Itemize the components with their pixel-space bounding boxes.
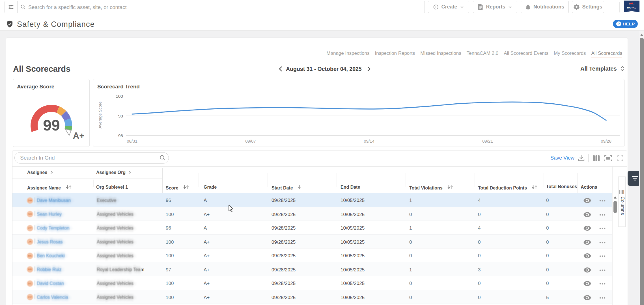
svg-text:09/07: 09/07 (245, 139, 256, 143)
svg-text:08/31: 08/31 (127, 139, 137, 143)
svg-text:09/21: 09/21 (482, 139, 493, 143)
svg-text:98: 98 (118, 114, 123, 118)
svg-text:E L E C T R I C: E L E C T R I C (628, 10, 635, 11)
svg-text:?: ? (617, 22, 619, 26)
svg-text:Average Score: Average Score (98, 101, 102, 128)
svg-text:09/14: 09/14 (364, 139, 374, 143)
svg-text:99: 99 (43, 117, 60, 134)
svg-text:A+: A+ (73, 131, 85, 141)
svg-text:96: 96 (118, 133, 123, 138)
svg-text:ROYAL: ROYAL (627, 6, 636, 9)
svg-text:09/28: 09/28 (601, 139, 611, 143)
svg-text:100: 100 (116, 94, 123, 99)
